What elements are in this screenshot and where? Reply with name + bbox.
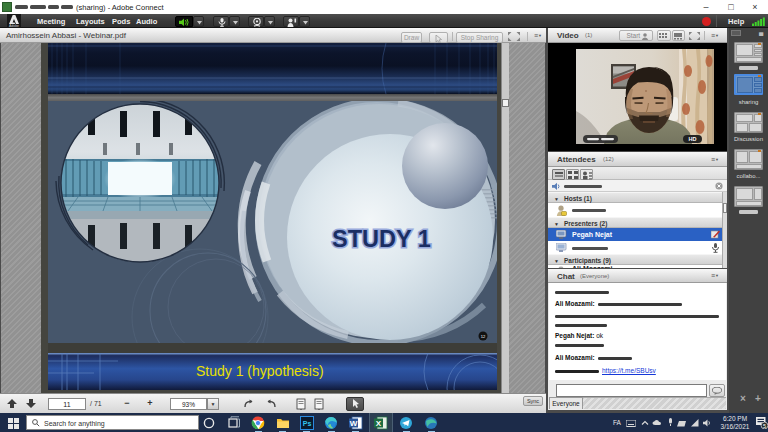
svg-text:X: X xyxy=(376,418,382,427)
svg-text:W: W xyxy=(350,418,358,427)
svg-text:5: 5 xyxy=(763,423,766,429)
svg-text:STUDY 1: STUDY 1 xyxy=(332,226,431,252)
svg-text:Study 1 (hypothesis): Study 1 (hypothesis) xyxy=(196,363,324,379)
svg-text:HD: HD xyxy=(689,136,697,142)
svg-text:12: 12 xyxy=(481,334,486,339)
